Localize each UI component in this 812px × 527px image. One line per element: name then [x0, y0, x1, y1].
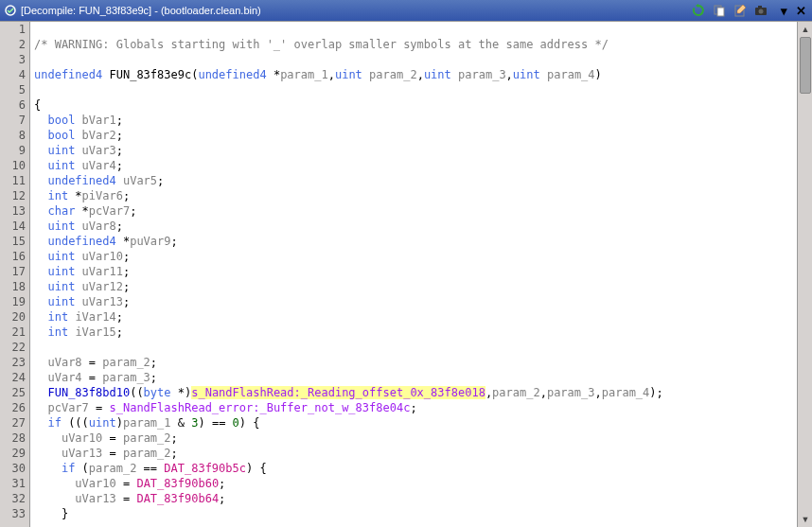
line-number: 3 [0, 52, 26, 67]
code-line: uint uVar12; [34, 279, 797, 294]
scroll-down-arrow[interactable]: ▼ [798, 512, 812, 527]
code-line: undefined4 *puVar9; [34, 234, 797, 249]
code-line [34, 82, 797, 97]
line-number: 12 [0, 188, 26, 203]
code-line: uint uVar10; [34, 249, 797, 264]
code-line [34, 340, 797, 355]
code-line: pcVar7 = s_NandFlashRead_error:_Buffer_n… [34, 400, 797, 415]
svg-point-5 [759, 9, 764, 14]
line-number: 33 [0, 506, 26, 521]
code-line: uVar4 = param_3; [34, 370, 797, 385]
line-number: 1 [0, 22, 26, 37]
code-line: uVar13 = DAT_83f90b64; [34, 491, 797, 506]
line-number: 32 [0, 491, 26, 506]
decompiler-icon [4, 4, 17, 17]
code-line: undefined4 uVar5; [34, 173, 797, 188]
refresh-icon[interactable] [691, 3, 706, 18]
svg-rect-2 [717, 8, 724, 16]
line-number: 4 [0, 67, 26, 82]
code-line: /* WARNING: Globals starting with '_' ov… [34, 37, 797, 52]
line-number: 5 [0, 82, 26, 97]
code-line: uVar8 = param_2; [34, 355, 797, 370]
line-number: 14 [0, 219, 26, 234]
code-line: uint uVar8; [34, 219, 797, 234]
copy-icon[interactable] [712, 3, 727, 18]
line-number: 26 [0, 400, 26, 415]
line-number: 19 [0, 294, 26, 309]
line-number: 23 [0, 355, 26, 370]
line-number: 9 [0, 143, 26, 158]
line-number: 6 [0, 97, 26, 113]
line-number-gutter: 1234567891011121314151617181920212223242… [0, 22, 30, 527]
code-line [34, 52, 797, 67]
line-number: 7 [0, 113, 26, 128]
line-number: 8 [0, 128, 26, 143]
svg-rect-6 [758, 6, 762, 9]
line-number: 18 [0, 279, 26, 294]
line-number: 27 [0, 415, 26, 430]
code-line: uVar13 = param_2; [34, 446, 797, 461]
code-line: uint uVar11; [34, 264, 797, 279]
vertical-scrollbar[interactable]: ▲ ▼ [797, 22, 812, 527]
code-line: bool bVar1; [34, 113, 797, 128]
code-line: uint uVar13; [34, 294, 797, 309]
line-number: 11 [0, 173, 26, 188]
code-line: uVar10 = DAT_83f90b60; [34, 476, 797, 491]
code-line: char *pcVar7; [34, 203, 797, 219]
line-number: 22 [0, 340, 26, 355]
code-line: FUN_83f8bd10((byte *)s_NandFlashRead:_Re… [34, 385, 797, 400]
code-line: uint uVar4; [34, 158, 797, 173]
code-line: int iVar14; [34, 309, 797, 325]
line-number: 2 [0, 37, 26, 52]
code-line: } [34, 506, 797, 521]
minimize-button[interactable]: ▾ [776, 4, 791, 17]
line-number: 10 [0, 158, 26, 173]
line-number: 13 [0, 203, 26, 219]
line-number: 25 [0, 385, 26, 400]
code-line: bool bVar2; [34, 128, 797, 143]
code-line: uVar10 = param_2; [34, 430, 797, 446]
code-line: if (((uint)param_1 & 3) == 0) { [34, 415, 797, 430]
close-button[interactable]: ✕ [793, 4, 808, 17]
code-line [34, 22, 797, 37]
line-number: 15 [0, 234, 26, 249]
snapshot-icon[interactable] [753, 3, 768, 18]
code-line: if (param_2 == DAT_83f90b5c) { [34, 461, 797, 476]
window-title: [Decompile: FUN_83f83e9c] - (bootloader.… [21, 5, 691, 16]
line-number: 24 [0, 370, 26, 385]
line-number: 31 [0, 476, 26, 491]
code-area[interactable]: /* WARNING: Globals starting with '_' ov… [30, 22, 797, 527]
editor-content: 1234567891011121314151617181920212223242… [0, 21, 812, 527]
code-line: { [34, 97, 797, 113]
code-line: undefined4 FUN_83f83e9c(undefined4 *para… [34, 67, 797, 82]
line-number: 30 [0, 461, 26, 476]
code-line: int iVar15; [34, 325, 797, 340]
line-number: 21 [0, 325, 26, 340]
edit-icon[interactable] [733, 3, 748, 18]
line-number: 20 [0, 309, 26, 325]
code-line: uint uVar3; [34, 143, 797, 158]
line-number: 16 [0, 249, 26, 264]
line-number: 29 [0, 446, 26, 461]
line-number: 28 [0, 430, 26, 446]
code-line: int *piVar6; [34, 188, 797, 203]
titlebar: [Decompile: FUN_83f83e9c] - (bootloader.… [0, 0, 812, 21]
line-number: 17 [0, 264, 26, 279]
scroll-up-arrow[interactable]: ▲ [798, 22, 812, 37]
scroll-thumb[interactable] [800, 37, 811, 94]
